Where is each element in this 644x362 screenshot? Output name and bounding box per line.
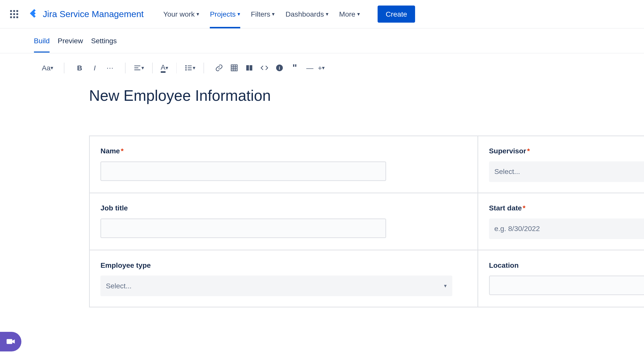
employee-type-select[interactable]: Select...▾ xyxy=(100,276,452,296)
list-button[interactable]: ▾ xyxy=(185,61,195,75)
svg-rect-4 xyxy=(13,13,15,15)
nav-dashboards[interactable]: Dashboards▾ xyxy=(280,0,334,28)
list-icon xyxy=(185,64,193,72)
text-color-button[interactable]: A▾ xyxy=(161,61,168,75)
text-style-button[interactable]: Aa▾ xyxy=(39,61,56,75)
svg-rect-5 xyxy=(16,13,18,15)
link-button[interactable] xyxy=(212,61,226,75)
field-label: Start date* xyxy=(489,204,644,212)
form-grid: Name* Supervisor* Select...▾ Job title S… xyxy=(89,135,644,307)
chevron-down-icon: ▾ xyxy=(196,11,199,17)
tab-preview[interactable]: Preview xyxy=(58,30,83,52)
required-asterisk: * xyxy=(121,147,124,155)
chevron-down-icon: ▾ xyxy=(237,11,240,17)
insert-button[interactable]: +▾ xyxy=(318,61,325,75)
svg-rect-1 xyxy=(13,10,15,12)
svg-rect-17 xyxy=(246,65,249,71)
code-button[interactable] xyxy=(257,61,272,75)
svg-rect-23 xyxy=(7,339,12,344)
document-title[interactable]: New Employee Information xyxy=(0,82,644,109)
divider-button[interactable]: — xyxy=(303,61,317,75)
svg-rect-3 xyxy=(10,13,12,15)
nav-items: Your work▾ Projects▾ Filters▾ Dashboards… xyxy=(158,0,365,28)
code-icon xyxy=(260,64,268,72)
form-cell-location[interactable]: Location xyxy=(478,250,644,307)
nav-your-work[interactable]: Your work▾ xyxy=(158,0,205,28)
svg-rect-16 xyxy=(231,65,237,71)
chevron-down-icon: ▾ xyxy=(141,65,144,71)
job-title-input[interactable] xyxy=(100,218,386,238)
product-name: Jira Service Management xyxy=(43,9,144,19)
svg-point-15 xyxy=(185,69,187,71)
app-switcher-icon[interactable] xyxy=(5,5,23,23)
form-cell-job-title[interactable]: Job title xyxy=(90,193,478,250)
alignment-button[interactable]: ▾ xyxy=(133,61,144,75)
chevron-down-icon: ▾ xyxy=(272,11,275,17)
svg-point-14 xyxy=(185,67,187,69)
form-cell-start-date[interactable]: Start date* e.g. 8/30/2022 xyxy=(478,193,644,250)
nav-projects[interactable]: Projects▾ xyxy=(205,0,246,28)
tab-build[interactable]: Build xyxy=(34,30,50,52)
info-button[interactable]: i xyxy=(272,61,287,75)
chevron-down-icon: ▾ xyxy=(322,65,325,71)
video-help-fab[interactable] xyxy=(0,332,21,351)
name-input[interactable] xyxy=(100,161,386,181)
field-label: Supervisor* xyxy=(489,147,644,155)
form-canvas: Name* Supervisor* Select...▾ Job title S… xyxy=(0,109,644,362)
svg-text:i: i xyxy=(279,65,280,71)
quote-button[interactable]: " xyxy=(288,61,302,75)
bold-button[interactable]: B xyxy=(72,61,87,75)
svg-rect-2 xyxy=(16,10,18,12)
chevron-down-icon: ▾ xyxy=(193,65,195,71)
link-icon xyxy=(215,64,223,72)
supervisor-select[interactable]: Select...▾ xyxy=(489,161,644,182)
svg-rect-0 xyxy=(10,10,12,12)
form-cell-name[interactable]: Name* xyxy=(90,136,478,193)
layout-button[interactable] xyxy=(242,61,257,75)
main-area: Aa▾ B I ⋯ ▾ A▾ ▾ xyxy=(0,53,644,362)
product-logo[interactable]: Jira Service Management xyxy=(25,8,147,20)
location-input[interactable] xyxy=(489,276,644,295)
chevron-down-icon: ▾ xyxy=(166,65,168,71)
svg-point-13 xyxy=(185,65,187,67)
nav-filters[interactable]: Filters▾ xyxy=(246,0,280,28)
video-icon xyxy=(6,337,16,346)
form-cell-employee-type[interactable]: Employee type Select...▾ xyxy=(90,250,478,307)
start-date-input[interactable]: e.g. 8/30/2022 xyxy=(489,218,644,239)
chevron-down-icon: ▾ xyxy=(444,283,447,289)
create-button[interactable]: Create xyxy=(378,6,415,23)
field-label: Location xyxy=(489,261,644,269)
subtabs: Build Preview Settings Give feedback xyxy=(0,28,644,53)
chevron-down-icon: ▾ xyxy=(326,11,329,17)
editor-pane: Aa▾ B I ⋯ ▾ A▾ ▾ xyxy=(0,53,644,362)
field-label: Job title xyxy=(100,204,467,212)
form-cell-supervisor[interactable]: Supervisor* Select...▾ xyxy=(478,136,644,193)
required-asterisk: * xyxy=(523,204,526,212)
editor-toolbar: Aa▾ B I ⋯ ▾ A▾ ▾ xyxy=(0,53,644,82)
tab-settings[interactable]: Settings xyxy=(91,30,117,52)
field-label: Name* xyxy=(100,147,467,155)
nav-more[interactable]: More▾ xyxy=(334,0,365,28)
svg-rect-7 xyxy=(13,16,15,18)
chevron-down-icon: ▾ xyxy=(357,11,360,17)
italic-button[interactable]: I xyxy=(88,61,102,75)
table-button[interactable] xyxy=(227,61,242,75)
svg-rect-6 xyxy=(10,16,12,18)
chevron-down-icon: ▾ xyxy=(51,65,53,71)
columns-icon xyxy=(245,64,253,72)
align-left-icon xyxy=(133,64,141,72)
more-formatting-button[interactable]: ⋯ xyxy=(103,61,117,75)
svg-rect-18 xyxy=(250,65,252,71)
svg-rect-8 xyxy=(16,16,18,18)
required-asterisk: * xyxy=(527,147,530,155)
table-icon xyxy=(230,64,238,72)
top-navigation: Jira Service Management Your work▾ Proje… xyxy=(0,0,644,28)
info-icon: i xyxy=(275,64,284,72)
field-label: Employee type xyxy=(100,261,467,269)
